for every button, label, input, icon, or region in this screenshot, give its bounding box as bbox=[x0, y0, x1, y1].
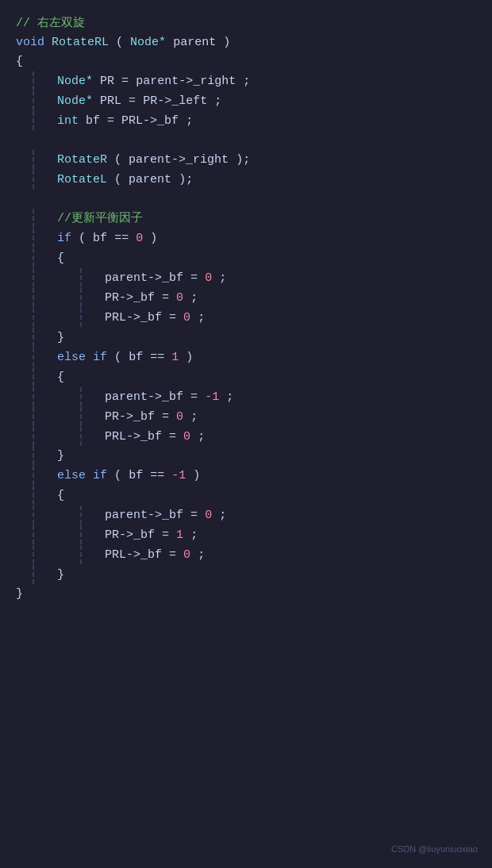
PR-left: PR->_left bbox=[143, 94, 207, 108]
line-15: PR->_bf = 0 ; bbox=[16, 288, 476, 308]
kw-else-2: else bbox=[57, 469, 86, 482]
val-1: 1 bbox=[176, 528, 183, 542]
line-21: PR->_bf = 0 ; bbox=[16, 407, 476, 427]
cond-bf-1: bf bbox=[93, 232, 107, 245]
line-4: Node* PR = parent->_right ; bbox=[16, 71, 476, 91]
brace-open-main: { bbox=[16, 55, 23, 68]
var-PR: PR bbox=[100, 75, 114, 88]
parent-right: parent->_right bbox=[136, 75, 236, 88]
line-11: //更新平衡因子 bbox=[16, 209, 476, 229]
val-0-3: 0 bbox=[183, 311, 190, 325]
paren-open: ( bbox=[116, 36, 123, 49]
line-5: Node* PRL = PR->_left ; bbox=[16, 91, 476, 111]
brace-if2-open: { bbox=[57, 371, 64, 384]
val-0-6: 0 bbox=[205, 509, 212, 522]
comment-chinese-1: // 右左双旋 bbox=[16, 17, 85, 30]
kw-if-2: if bbox=[93, 351, 107, 364]
line-26: parent->_bf = 0 ; bbox=[16, 505, 476, 525]
cond-bf-2: bf bbox=[129, 351, 143, 364]
line-13: { bbox=[16, 248, 476, 268]
val-0-2: 0 bbox=[176, 291, 183, 305]
param-name: parent bbox=[173, 36, 216, 49]
line-8: RotateR ( parent->_right ); bbox=[16, 150, 476, 170]
val-0-7: 0 bbox=[183, 548, 190, 562]
val-neg1: -1 bbox=[205, 390, 219, 404]
line-16: PRL->_bf = 0 ; bbox=[16, 308, 476, 328]
assign-PR-bf-3: PR->_bf bbox=[105, 528, 155, 542]
assign-parent-bf-1: parent->_bf bbox=[105, 271, 183, 285]
cond-bf-3: bf bbox=[129, 469, 143, 482]
assign-PRL-bf-1: PRL->_bf bbox=[105, 311, 162, 325]
kw-if-3: if bbox=[93, 469, 107, 482]
op-eq-2: = bbox=[129, 94, 136, 108]
line-24: else if ( bf == -1 ) bbox=[16, 466, 476, 486]
type-int: int bbox=[57, 114, 79, 128]
type-node-1: Node* bbox=[57, 75, 93, 88]
line-7-empty bbox=[16, 131, 476, 150]
kw-else-1: else bbox=[57, 351, 86, 364]
brace-close-main: } bbox=[16, 587, 23, 601]
brace-if2-close: } bbox=[57, 449, 64, 463]
line-18: else if ( bf == 1 ) bbox=[16, 348, 476, 367]
line-9: RotateL ( parent ); bbox=[16, 170, 476, 190]
line-3: { bbox=[16, 52, 476, 71]
line-27: PR->_bf = 1 ; bbox=[16, 525, 476, 545]
line-1: // 右左双旋 bbox=[16, 14, 476, 33]
line-6: int bf = PRL->_bf ; bbox=[16, 111, 476, 131]
watermark: CSDN @liuyuniuoxiao bbox=[391, 843, 478, 857]
brace-if3-close: } bbox=[57, 568, 64, 582]
line-29: } bbox=[16, 565, 476, 585]
val-0-1: 0 bbox=[205, 271, 212, 285]
arg-parent: parent bbox=[129, 173, 171, 186]
var-bf: bf bbox=[86, 114, 100, 128]
param-type: Node* bbox=[130, 36, 166, 49]
brace-if3-open: { bbox=[57, 489, 64, 502]
type-node-2: Node* bbox=[57, 94, 93, 108]
line-10-empty bbox=[16, 190, 476, 209]
func-name: RotateRL bbox=[52, 36, 109, 49]
line-14: parent->_bf = 0 ; bbox=[16, 268, 476, 288]
val-0-4: 0 bbox=[176, 410, 183, 424]
comment-update-bf: //更新平衡因子 bbox=[57, 212, 143, 225]
line-23: } bbox=[16, 446, 476, 466]
assign-PRL-bf-2: PRL->_bf bbox=[105, 429, 162, 443]
line-12: if ( bf == 0 ) bbox=[16, 229, 476, 248]
var-PRL: PRL bbox=[100, 94, 121, 108]
assign-parent-bf-2: parent->_bf bbox=[105, 390, 183, 404]
PRL-bf: PRL->_bf bbox=[121, 114, 179, 128]
num-1-1: 1 bbox=[171, 351, 179, 364]
assign-PR-bf-2: PR->_bf bbox=[105, 410, 155, 424]
line-22: PRL->_bf = 0 ; bbox=[16, 427, 476, 447]
arg-parent-right: parent->_right bbox=[129, 153, 229, 167]
line-19: { bbox=[16, 367, 476, 387]
assign-PRL-bf-3: PRL->_bf bbox=[105, 548, 162, 562]
kw-if-1: if bbox=[57, 232, 71, 245]
op-eq-1: = bbox=[121, 75, 129, 88]
line-20: parent->_bf = -1 ; bbox=[16, 387, 476, 407]
keyword-void: void bbox=[16, 36, 44, 49]
brace-if1-close: } bbox=[57, 331, 64, 344]
func-rotateL: RotateL bbox=[57, 173, 107, 186]
line-28: PRL->_bf = 0 ; bbox=[16, 545, 476, 565]
line-17: } bbox=[16, 328, 476, 348]
line-2: void RotateRL ( Node* parent ) bbox=[16, 33, 476, 52]
line-25: { bbox=[16, 486, 476, 505]
code-block: // 右左双旋 void RotateRL ( Node* parent ) {… bbox=[16, 14, 476, 604]
paren-close: ) bbox=[223, 36, 230, 49]
num-0-1: 0 bbox=[136, 232, 143, 245]
assign-parent-bf-3: parent->_bf bbox=[105, 509, 183, 522]
brace-if1-open: { bbox=[57, 252, 64, 265]
line-30: } bbox=[16, 585, 476, 604]
val-0-5: 0 bbox=[183, 429, 190, 443]
func-rotateR: RotateR bbox=[57, 153, 107, 167]
assign-PR-bf-1: PR->_bf bbox=[105, 291, 155, 305]
num-neg1: -1 bbox=[171, 469, 186, 482]
